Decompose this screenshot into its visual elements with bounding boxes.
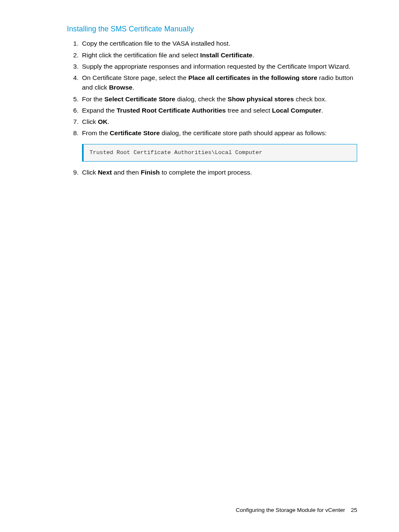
step-text: For the	[82, 95, 104, 103]
page-content: Installing the SMS Certificate Manually …	[0, 0, 399, 177]
step-8: From the Certificate Store dialog, the c…	[80, 128, 357, 138]
step-7: Click OK.	[80, 117, 357, 126]
step-text: and then	[112, 169, 141, 176]
bold-text: Local Computer	[272, 107, 321, 114]
step-text: dialog, the certificate store path shoul…	[160, 129, 327, 136]
step-text: .	[252, 51, 254, 59]
step-text: Supply the appropriate responses and inf…	[82, 63, 350, 70]
bold-text: Next	[98, 169, 112, 176]
bold-text: Finish	[141, 169, 160, 176]
bold-text: Certificate Store	[110, 129, 160, 136]
step-text: Click	[82, 118, 98, 125]
page-footer: Configuring the Storage Module for vCent…	[236, 506, 357, 514]
step-9: Click Next and then Finish to complete t…	[80, 167, 357, 177]
step-text: Expand the	[82, 107, 117, 114]
footer-text: Configuring the Storage Module for vCent…	[236, 507, 345, 513]
step-text: check box.	[294, 95, 327, 103]
bold-text: Place all certificates in the following …	[188, 74, 317, 81]
step-text: tree and select	[226, 107, 272, 114]
step-text: .	[321, 107, 323, 114]
step-text: .	[133, 84, 134, 91]
section-heading: Installing the SMS Certificate Manually	[67, 23, 357, 34]
bold-text: OK	[98, 118, 107, 125]
step-3: Supply the appropriate responses and inf…	[80, 62, 357, 71]
step-2: Right click the certification file and s…	[80, 50, 357, 60]
step-text: Click	[82, 169, 98, 176]
bold-text: Trusted Root Certificate Authorities	[117, 107, 226, 114]
code-box: Trusted Root Certificate Authorities\Loc…	[82, 144, 357, 162]
bold-text: Show physical stores	[228, 95, 294, 103]
step-1: Copy the certification file to the VASA …	[80, 39, 357, 48]
step-text: .	[107, 118, 109, 125]
step-text: From the	[82, 129, 110, 136]
bold-text: Install Certificate	[200, 51, 253, 59]
step-text: to complete the import process.	[160, 169, 252, 176]
ordered-steps-continued: Click Next and then Finish to complete t…	[67, 167, 357, 177]
step-4: On Certificate Store page, select the Pl…	[80, 73, 357, 93]
step-text: Copy the certification file to the VASA …	[82, 40, 230, 47]
step-6: Expand the Trusted Root Certificate Auth…	[80, 105, 357, 115]
bold-text: Select Certificate Store	[104, 95, 175, 103]
step-text: dialog, check the	[175, 95, 228, 103]
page-number: 25	[351, 507, 357, 513]
step-5: For the Select Certificate Store dialog,…	[80, 94, 357, 104]
bold-text: Browse	[109, 84, 133, 91]
step-text: Right click the certification file and s…	[82, 51, 200, 59]
ordered-steps: Copy the certification file to the VASA …	[67, 39, 357, 138]
step-text: On Certificate Store page, select the	[82, 74, 188, 81]
